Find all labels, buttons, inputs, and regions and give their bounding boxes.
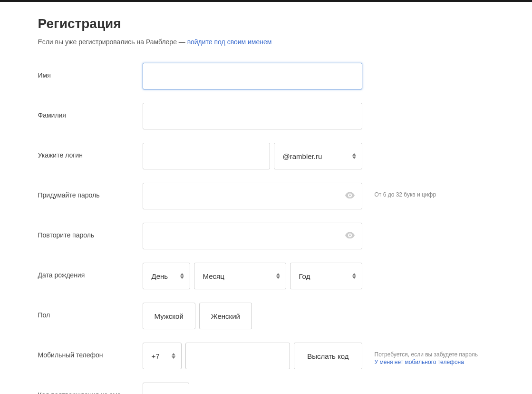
dob-day-select[interactable]: День	[143, 263, 190, 289]
dob-day-value: День	[152, 272, 168, 280]
subhead: Если вы уже регистрировались на Рамблере…	[38, 38, 494, 46]
chevron-updown-icon	[352, 273, 356, 279]
label-password: Придумайте пароль	[38, 183, 143, 199]
login-domain-select[interactable]: @rambler.ru	[274, 143, 362, 169]
dob-month-value: Месяц	[203, 272, 224, 280]
label-firstname: Имя	[38, 63, 143, 79]
subhead-text: Если вы уже регистрировались на Рамблере…	[38, 38, 187, 46]
chevron-updown-icon	[180, 273, 184, 279]
label-dob: Дата рождения	[38, 263, 143, 279]
login-input[interactable]	[143, 143, 270, 169]
gender-female-button[interactable]: Женский	[199, 303, 252, 329]
label-lastname: Фамилия	[38, 103, 143, 119]
lastname-input[interactable]	[143, 103, 362, 129]
chevron-updown-icon	[352, 153, 356, 159]
label-password2: Повторите пароль	[38, 223, 143, 239]
password-input[interactable]	[143, 183, 362, 209]
hint-phone: Потребуется, если вы забудете пароль	[375, 351, 478, 358]
login-link[interactable]: войдите под своим именем	[187, 38, 272, 46]
gender-male-button[interactable]: Мужской	[143, 303, 195, 329]
label-phone: Мобильный телефон	[38, 343, 143, 359]
no-phone-link[interactable]: У меня нет мобильного телефона	[375, 359, 478, 365]
send-code-button[interactable]: Выслать код	[294, 343, 362, 369]
phone-cc-value: +7	[152, 352, 160, 360]
label-gender: Пол	[38, 303, 143, 319]
firstname-input[interactable]	[143, 63, 362, 89]
label-smscode: Код подтверждения из смс	[38, 383, 143, 394]
label-login: Укажите логин	[38, 143, 143, 159]
smscode-input[interactable]	[143, 383, 189, 394]
dob-month-select[interactable]: Месяц	[194, 263, 286, 289]
phone-input[interactable]	[185, 343, 290, 369]
hint-password: От 6 до 32 букв и цифр	[362, 183, 436, 198]
chevron-updown-icon	[172, 353, 175, 359]
phone-cc-select[interactable]: +7	[143, 343, 182, 369]
chevron-updown-icon	[276, 273, 280, 279]
dob-year-select[interactable]: Год	[290, 263, 362, 289]
password2-input[interactable]	[143, 223, 362, 249]
page-title: Регистрация	[38, 16, 494, 31]
dob-year-value: Год	[299, 272, 310, 280]
login-domain-value: @rambler.ru	[283, 152, 322, 160]
